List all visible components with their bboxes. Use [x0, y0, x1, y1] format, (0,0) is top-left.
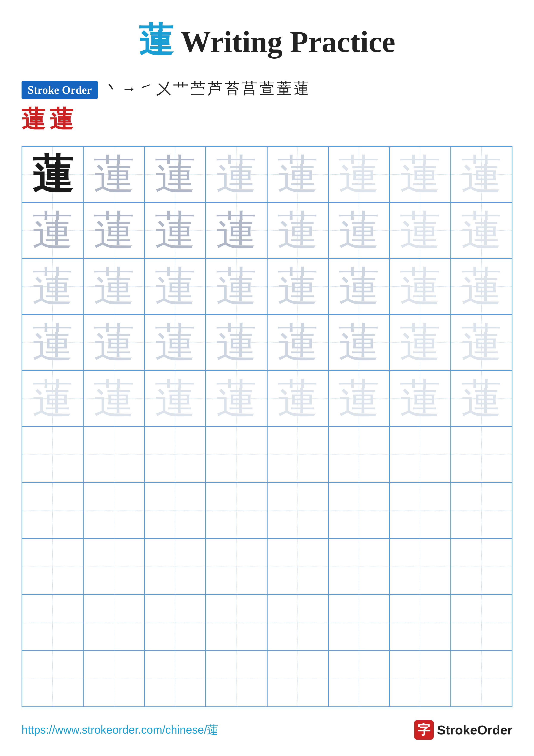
- grid-cell-r8c1[interactable]: [22, 539, 83, 595]
- red-char-2: 蓮: [50, 103, 73, 135]
- grid-cell-r4c4[interactable]: 蓮: [206, 315, 267, 371]
- grid-cell-r10c2[interactable]: [83, 651, 144, 707]
- grid-cell-r4c8[interactable]: 蓮: [451, 315, 512, 371]
- grid-cell-r6c7[interactable]: [390, 427, 451, 483]
- grid-cell-r1c7[interactable]: 蓮: [390, 147, 451, 202]
- grid-cell-r9c6[interactable]: [328, 595, 390, 651]
- grid-cell-r5c6[interactable]: 蓮: [328, 371, 390, 427]
- grid-cell-r10c8[interactable]: [451, 651, 512, 707]
- practice-char: 蓮: [155, 210, 195, 251]
- grid-cell-r3c3[interactable]: 蓮: [144, 258, 206, 315]
- grid-cell-r3c2[interactable]: 蓮: [83, 258, 144, 315]
- logo-icon: 字: [414, 720, 434, 740]
- grid-cell-r2c3[interactable]: 蓮: [144, 202, 206, 258]
- grid-cell-r9c4[interactable]: [206, 595, 267, 651]
- grid-cell-r7c3[interactable]: [144, 483, 206, 539]
- grid-cell-r2c7[interactable]: 蓮: [390, 202, 451, 258]
- grid-cell-r2c1[interactable]: 蓮: [22, 202, 83, 258]
- grid-cell-r3c4[interactable]: 蓮: [206, 258, 267, 315]
- stroke-char-3: ㇀: [139, 81, 154, 96]
- grid-cell-r2c5[interactable]: 蓮: [267, 202, 328, 258]
- grid-cell-r5c4[interactable]: 蓮: [206, 371, 267, 427]
- grid-cell-r4c6[interactable]: 蓮: [328, 315, 390, 371]
- grid-cell-r9c5[interactable]: [267, 595, 328, 651]
- grid-cell-r8c6[interactable]: [328, 539, 390, 595]
- grid-cell-r5c8[interactable]: 蓮: [451, 371, 512, 427]
- grid-cell-r4c7[interactable]: 蓮: [390, 315, 451, 371]
- practice-char: 蓮: [277, 322, 318, 363]
- grid-cell-r4c5[interactable]: 蓮: [267, 315, 328, 371]
- practice-char: 蓮: [216, 154, 257, 195]
- grid-cell-r8c4[interactable]: [206, 539, 267, 595]
- grid-cell-r6c8[interactable]: [451, 427, 512, 483]
- grid-cell-r8c7[interactable]: [390, 539, 451, 595]
- grid-cell-r6c4[interactable]: [206, 427, 267, 483]
- practice-char: 蓮: [93, 322, 135, 363]
- grid-cell-r6c6[interactable]: [328, 427, 390, 483]
- grid-cell-r1c6[interactable]: 蓮: [328, 147, 390, 202]
- grid-cell-r6c5[interactable]: [267, 427, 328, 483]
- practice-char: 蓮: [339, 154, 379, 195]
- grid-cell-r2c6[interactable]: 蓮: [328, 202, 390, 258]
- grid-cell-r9c1[interactable]: [22, 595, 83, 651]
- practice-char: 蓮: [32, 154, 73, 195]
- grid-cell-r5c7[interactable]: 蓮: [390, 371, 451, 427]
- practice-char: 蓮: [216, 210, 257, 251]
- grid-cell-r6c1[interactable]: [22, 427, 83, 483]
- stroke-char-8: 苔: [225, 81, 240, 96]
- grid-cell-r10c1[interactable]: [22, 651, 83, 707]
- grid-cell-r8c8[interactable]: [451, 539, 512, 595]
- grid-cell-r3c7[interactable]: 蓮: [390, 258, 451, 315]
- grid-cell-r1c5[interactable]: 蓮: [267, 147, 328, 202]
- grid-cell-r1c8[interactable]: 蓮: [451, 147, 512, 202]
- grid-cell-r6c2[interactable]: [83, 427, 144, 483]
- grid-cell-r7c6[interactable]: [328, 483, 390, 539]
- grid-cell-r10c3[interactable]: [144, 651, 206, 707]
- grid-cell-r1c2[interactable]: 蓮: [83, 147, 144, 202]
- grid-cell-r7c2[interactable]: [83, 483, 144, 539]
- grid-cell-r1c3[interactable]: 蓮: [144, 147, 206, 202]
- grid-cell-r5c5[interactable]: 蓮: [267, 371, 328, 427]
- grid-cell-r3c1[interactable]: 蓮: [22, 258, 83, 315]
- grid-cell-r3c8[interactable]: 蓮: [451, 258, 512, 315]
- grid-cell-r2c8[interactable]: 蓮: [451, 202, 512, 258]
- grid-cell-r10c6[interactable]: [328, 651, 390, 707]
- grid-cell-r2c2[interactable]: 蓮: [83, 202, 144, 258]
- grid-cell-r7c1[interactable]: [22, 483, 83, 539]
- footer-url[interactable]: https://www.strokeorder.com/chinese/蓮: [21, 722, 218, 738]
- grid-cell-r9c8[interactable]: [451, 595, 512, 651]
- grid-cell-r8c2[interactable]: [83, 539, 144, 595]
- grid-cell-r9c2[interactable]: [83, 595, 144, 651]
- practice-char: 蓮: [32, 210, 73, 251]
- practice-char: 蓮: [93, 378, 135, 419]
- grid-cell-r1c4[interactable]: 蓮: [206, 147, 267, 202]
- grid-cell-r8c3[interactable]: [144, 539, 206, 595]
- grid-cell-r7c7[interactable]: [390, 483, 451, 539]
- grid-cell-r9c7[interactable]: [390, 595, 451, 651]
- practice-char: 蓮: [399, 378, 441, 419]
- grid-cell-r6c3[interactable]: [144, 427, 206, 483]
- grid-cell-r7c5[interactable]: [267, 483, 328, 539]
- grid-cell-r2c4[interactable]: 蓮: [206, 202, 267, 258]
- grid-cell-r10c5[interactable]: [267, 651, 328, 707]
- practice-char: 蓮: [32, 378, 73, 419]
- grid-cell-r4c2[interactable]: 蓮: [83, 315, 144, 371]
- grid-cell-r4c1[interactable]: 蓮: [22, 315, 83, 371]
- practice-char: 蓮: [216, 266, 257, 307]
- grid-cell-r5c3[interactable]: 蓮: [144, 371, 206, 427]
- practice-char: 蓮: [339, 322, 379, 363]
- logo-text: StrokeOrder: [437, 723, 513, 738]
- grid-cell-r4c3[interactable]: 蓮: [144, 315, 206, 371]
- grid-cell-r1c1[interactable]: 蓮: [22, 147, 83, 202]
- grid-cell-r10c4[interactable]: [206, 651, 267, 707]
- practice-char: 蓮: [32, 266, 73, 307]
- grid-cell-r3c5[interactable]: 蓮: [267, 258, 328, 315]
- grid-cell-r8c5[interactable]: [267, 539, 328, 595]
- grid-cell-r5c2[interactable]: 蓮: [83, 371, 144, 427]
- grid-cell-r9c3[interactable]: [144, 595, 206, 651]
- grid-cell-r7c4[interactable]: [206, 483, 267, 539]
- grid-cell-r10c7[interactable]: [390, 651, 451, 707]
- grid-cell-r3c6[interactable]: 蓮: [328, 258, 390, 315]
- grid-cell-r5c1[interactable]: 蓮: [22, 371, 83, 427]
- grid-cell-r7c8[interactable]: [451, 483, 512, 539]
